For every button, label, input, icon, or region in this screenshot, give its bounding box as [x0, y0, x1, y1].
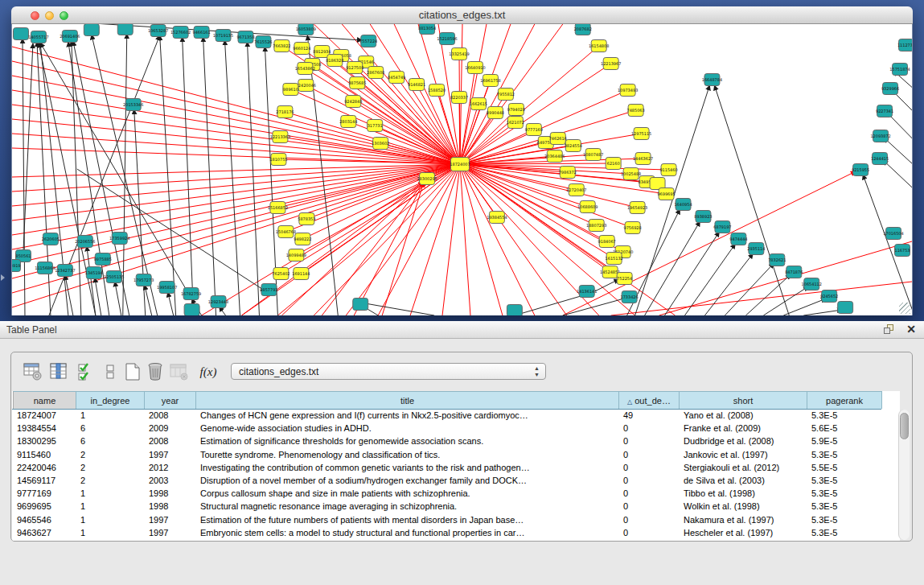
- float-panel-icon[interactable]: [884, 324, 895, 336]
- cell-in_degree[interactable]: 6: [76, 435, 145, 448]
- cell-year[interactable]: 1998: [145, 488, 196, 501]
- cell-out_degree[interactable]: 0: [619, 422, 680, 435]
- cell-in_degree[interactable]: 1: [76, 501, 145, 513]
- cell-name[interactable]: 18300295: [13, 435, 76, 448]
- row-height-button[interactable]: [100, 361, 121, 382]
- table-selector-dropdown[interactable]: citations_edges.txt ▲▼: [231, 363, 546, 380]
- window-resize-grip[interactable]: [899, 303, 910, 314]
- cell-out_degree[interactable]: 0: [619, 527, 680, 540]
- table-row[interactable]: 1938455462009Genome-wide association stu…: [12, 422, 881, 435]
- teal-node[interactable]: [13, 28, 28, 40]
- cell-short[interactable]: Tibbo et al. (1998): [680, 488, 807, 501]
- column-header-out_degree[interactable]: △out_de…: [619, 391, 680, 409]
- cell-in_degree[interactable]: 1: [76, 410, 145, 422]
- cell-title[interactable]: Genome-wide association studies in ADHD.: [196, 422, 619, 435]
- cell-out_degree[interactable]: 0: [619, 501, 680, 513]
- network-view[interactable]: 1405571720691406106532871527660294661611…: [11, 24, 913, 315]
- cell-in_degree[interactable]: 1: [76, 514, 145, 527]
- cell-short[interactable]: Wolkin et al. (1998): [680, 501, 807, 513]
- cell-pagerank[interactable]: 5.3E-5: [807, 488, 882, 501]
- cell-pagerank[interactable]: 5.3E-5: [807, 410, 882, 422]
- cell-pagerank[interactable]: 5.5E-5: [807, 462, 882, 475]
- cell-pagerank[interactable]: 5.3E-5: [807, 527, 882, 540]
- cell-year[interactable]: 1998: [145, 501, 196, 513]
- cell-pagerank[interactable]: 5.3E-5: [807, 449, 882, 462]
- cell-in_degree[interactable]: 1: [76, 527, 145, 540]
- cell-pagerank[interactable]: 5.3E-5: [807, 514, 882, 527]
- table-vertical-scrollbar[interactable]: [898, 410, 910, 540]
- cell-short[interactable]: Stergiakouli et al. (2012): [680, 462, 807, 475]
- network-window-titlebar[interactable]: citations_edges.txt: [11, 6, 913, 24]
- cell-name[interactable]: 18724007: [13, 410, 76, 422]
- cell-name[interactable]: 9465546: [13, 514, 76, 527]
- cell-name[interactable]: 9115460: [13, 449, 76, 462]
- cell-out_degree[interactable]: 49: [619, 410, 680, 422]
- teal-node[interactable]: [117, 24, 133, 35]
- column-header-year[interactable]: year: [145, 391, 196, 409]
- cell-title[interactable]: Estimation of significance thresholds fo…: [196, 435, 619, 448]
- cell-short[interactable]: Jankovic et al. (1997): [680, 449, 807, 462]
- delete-rows-button[interactable]: [145, 361, 166, 382]
- column-header-name[interactable]: name: [13, 391, 76, 409]
- cell-out_degree[interactable]: 0: [619, 449, 680, 462]
- cell-pagerank[interactable]: 5.9E-5: [807, 435, 882, 448]
- table-row[interactable]: 1830029562008Estimation of significance …: [12, 435, 881, 448]
- column-header-title[interactable]: title: [196, 391, 619, 409]
- cell-year[interactable]: 1997: [145, 449, 196, 462]
- cell-in_degree[interactable]: 2: [76, 462, 145, 475]
- cell-title[interactable]: Structural magnetic resonance image aver…: [196, 501, 619, 513]
- cell-title[interactable]: Disruption of a novel member of a sodium…: [196, 475, 619, 488]
- cell-name[interactable]: 14569117: [13, 475, 76, 488]
- cell-pagerank[interactable]: 5.6E-5: [807, 422, 882, 435]
- cell-year[interactable]: 2009: [145, 422, 196, 435]
- cell-title[interactable]: Estimation of the future numbers of pati…: [196, 514, 619, 527]
- teal-node[interactable]: [184, 304, 199, 316]
- table-row[interactable]: 2242004622012Investigating the contribut…: [12, 462, 881, 475]
- cell-year[interactable]: 2003: [145, 475, 196, 488]
- cell-name[interactable]: 9463627: [13, 527, 76, 540]
- panel-collapse-arrow[interactable]: [1, 274, 5, 281]
- cell-short[interactable]: Dudbridge et al. (2008): [680, 435, 807, 448]
- table-row[interactable]: 977716911998Corpus callosum shape and si…: [12, 488, 881, 501]
- cell-short[interactable]: Yano et al. (2008): [680, 410, 807, 422]
- cell-name[interactable]: 19384554: [13, 422, 76, 435]
- column-header-pagerank[interactable]: pagerank: [807, 391, 882, 409]
- cell-short[interactable]: Franke et al. (2009): [680, 422, 807, 435]
- cell-pagerank[interactable]: 5.3E-5: [807, 475, 882, 488]
- cell-year[interactable]: 2012: [145, 462, 196, 475]
- select-columns-button[interactable]: [48, 361, 69, 382]
- cell-short[interactable]: de Silva et al. (2003): [680, 475, 807, 488]
- cell-year[interactable]: 2008: [145, 435, 196, 448]
- cell-in_degree[interactable]: 6: [76, 422, 145, 435]
- teal-node[interactable]: [838, 302, 853, 314]
- cell-out_degree[interactable]: 0: [619, 475, 680, 488]
- cell-out_degree[interactable]: 0: [619, 462, 680, 475]
- cell-title[interactable]: Investigating the contribution of common…: [196, 462, 619, 475]
- table-row[interactable]: 969969511998Structural magnetic resonanc…: [12, 501, 881, 513]
- scrollbar-thumb[interactable]: [900, 413, 909, 439]
- toggle-columns-button[interactable]: [76, 361, 97, 382]
- table-row[interactable]: 1872400712008Changes of HCN gene express…: [12, 410, 881, 422]
- new-table-button[interactable]: [122, 361, 143, 382]
- cell-short[interactable]: Nakamura et al. (1997): [680, 514, 807, 527]
- cell-out_degree[interactable]: 0: [619, 488, 680, 501]
- table-settings-button[interactable]: [23, 361, 43, 382]
- cell-title[interactable]: Changes of HCN gene expression and I(f) …: [196, 410, 619, 422]
- cell-in_degree[interactable]: 2: [76, 475, 145, 488]
- cell-title[interactable]: Tourette syndrome. Phenomenology and cla…: [196, 449, 619, 462]
- teal-node[interactable]: [353, 299, 368, 311]
- table-row[interactable]: 911546021997Tourette syndrome. Phenomeno…: [12, 449, 881, 462]
- cell-title[interactable]: Embryonic stem cells: a model to study s…: [196, 527, 619, 540]
- close-panel-icon[interactable]: ✕: [906, 323, 916, 336]
- cell-short[interactable]: Hescheler et al. (1997): [680, 527, 807, 540]
- cell-name[interactable]: 9777169: [13, 488, 76, 501]
- cell-in_degree[interactable]: 2: [76, 449, 145, 462]
- cell-pagerank[interactable]: 5.3E-5: [807, 501, 882, 513]
- teal-node[interactable]: [84, 24, 99, 36]
- cell-year[interactable]: 2008: [145, 410, 196, 422]
- cell-name[interactable]: 9699695: [13, 501, 76, 513]
- cell-in_degree[interactable]: 1: [76, 488, 145, 501]
- cell-title[interactable]: Corpus callosum shape and size in male p…: [196, 488, 619, 501]
- cell-name[interactable]: 22420046: [13, 462, 76, 475]
- cell-year[interactable]: 1997: [145, 514, 196, 527]
